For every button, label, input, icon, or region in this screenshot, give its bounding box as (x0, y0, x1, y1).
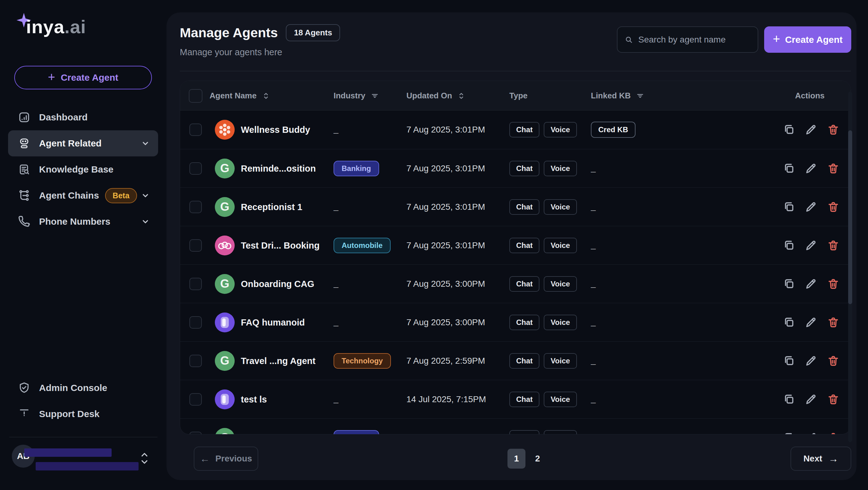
type-cell: ChatVoice (509, 380, 577, 419)
row-checkbox[interactable] (189, 393, 202, 406)
copy-icon[interactable] (782, 316, 795, 328)
column-updated-on[interactable]: Updated On (406, 81, 466, 111)
row-checkbox[interactable] (189, 162, 202, 175)
table-scrollbar[interactable] (848, 91, 852, 442)
robot-icon (18, 137, 30, 150)
chevron-down-icon[interactable] (141, 191, 150, 200)
sidebar-item-dashboard[interactable]: Dashboard (8, 104, 158, 130)
row-checkbox[interactable] (189, 123, 202, 136)
type-cell: ChatVoice (509, 419, 577, 434)
row-checkbox[interactable] (189, 355, 202, 367)
chevron-down-icon[interactable] (141, 139, 150, 148)
delete-icon[interactable] (827, 393, 839, 406)
edit-icon[interactable] (805, 355, 817, 367)
delete-icon[interactable] (827, 239, 839, 252)
agent-name[interactable]: FAQ humanoid (241, 303, 305, 342)
linked-kb-cell: _ (591, 188, 596, 226)
sort-icon[interactable] (261, 91, 270, 100)
sort-icon[interactable] (457, 91, 466, 100)
sidebar-item-support-desk[interactable]: Support Desk (8, 401, 158, 427)
next-page-button[interactable]: Next → (790, 446, 851, 471)
agent-name[interactable]: test ls (241, 380, 267, 419)
row-actions (782, 149, 839, 188)
sidebar-item-admin-console[interactable]: Admin Console (8, 375, 158, 401)
edit-icon[interactable] (805, 316, 817, 328)
edit-icon[interactable] (805, 393, 817, 406)
column-agent-name[interactable]: Agent Name (210, 81, 270, 111)
scrollbar-thumb[interactable] (848, 130, 852, 304)
edit-icon[interactable] (805, 123, 817, 136)
user-menu-chevrons-icon[interactable] (140, 450, 149, 466)
table-row: Wellness Buddy _ 7 Aug 2025, 3:01PM Chat… (180, 111, 850, 149)
edit-icon[interactable] (805, 278, 817, 290)
edit-icon[interactable] (805, 201, 817, 213)
sidebar: inya.ai + Create Agent Dashboard Agent R… (0, 0, 166, 490)
user-area[interactable]: AB (0, 442, 166, 480)
agent-name[interactable]: Test Dri... Booking (241, 226, 320, 265)
row-checkbox[interactable] (189, 278, 202, 290)
row-checkbox[interactable] (189, 239, 202, 252)
filter-icon[interactable] (370, 91, 379, 100)
edit-icon[interactable] (805, 432, 817, 434)
brand-primary: inya (26, 17, 64, 37)
agent-name[interactable]: Reminde...osition (241, 149, 316, 188)
linked-kb-cell: _ (591, 265, 596, 303)
page-button-1[interactable]: 1 (507, 449, 525, 469)
edit-icon[interactable] (805, 162, 817, 175)
copy-icon[interactable] (782, 162, 795, 175)
table-row: FAQ humanoid _ 7 Aug 2025, 3:00PM ChatVo… (180, 303, 850, 341)
empty-value: _ (591, 240, 596, 251)
empty-value: _ (591, 395, 596, 404)
agent-avatar-icon: G (215, 351, 235, 371)
delete-icon[interactable] (827, 355, 839, 367)
page-button-2[interactable]: 2 (529, 449, 547, 469)
header-divider (180, 71, 851, 71)
industry-badge: Banking (334, 430, 379, 434)
column-linked-kb[interactable]: Linked KB (591, 81, 645, 111)
sidebar-create-agent-button[interactable]: + Create Agent (14, 66, 152, 89)
industry-cell: _ (334, 188, 339, 226)
filter-icon[interactable] (636, 91, 645, 100)
delete-icon[interactable] (827, 278, 839, 290)
sidebar-item-agent-chains[interactable]: Agent Chains Beta (8, 182, 158, 208)
copy-icon[interactable] (782, 123, 795, 136)
type-cell: ChatVoice (509, 342, 577, 380)
empty-value: _ (591, 433, 596, 434)
copy-icon[interactable] (782, 432, 795, 434)
table-row: G Receptionist 1 _ 7 Aug 2025, 3:01PM Ch… (180, 188, 850, 226)
agent-name[interactable]: Receptionist 1 (241, 188, 302, 226)
copy-icon[interactable] (782, 355, 795, 367)
search-input[interactable] (638, 35, 750, 45)
phone-icon (18, 215, 30, 228)
copy-icon[interactable] (782, 239, 795, 252)
industry-cell: Banking (334, 419, 379, 434)
edit-icon[interactable] (805, 239, 817, 252)
chevron-down-icon[interactable] (141, 217, 150, 226)
previous-page-button[interactable]: ← Previous (194, 446, 258, 471)
sidebar-item-knowledge-base[interactable]: Knowledge Base (8, 156, 158, 182)
copy-icon[interactable] (782, 278, 795, 290)
delete-icon[interactable] (827, 201, 839, 213)
svg-text:G: G (220, 200, 229, 213)
copy-icon[interactable] (782, 201, 795, 213)
delete-icon[interactable] (827, 316, 839, 328)
row-checkbox[interactable] (189, 432, 202, 434)
column-industry[interactable]: Industry (334, 81, 379, 111)
delete-icon[interactable] (827, 123, 839, 136)
agent-name[interactable]: Wellness Buddy (241, 111, 310, 149)
delete-icon[interactable] (827, 432, 839, 434)
select-all-checkbox[interactable] (189, 89, 203, 103)
create-agent-button[interactable]: + Create Agent (764, 26, 851, 53)
search-box[interactable] (617, 26, 758, 53)
delete-icon[interactable] (827, 162, 839, 175)
agent-name[interactable]: Onboarding CAG (241, 265, 314, 303)
row-checkbox[interactable] (189, 201, 202, 213)
row-checkbox[interactable] (189, 316, 202, 328)
agent-name[interactable]: Travel ...ng Agent (241, 342, 316, 380)
sidebar-item-agent-related[interactable]: Agent Related (8, 130, 158, 156)
row-actions (782, 111, 839, 149)
sidebar-item-phone-numbers[interactable]: Phone Numbers (8, 208, 158, 235)
table-row: G Reminde...osition Banking 7 Aug 2025, … (180, 149, 850, 188)
copy-icon[interactable] (782, 393, 795, 406)
table-row: G Banking ChatVoice _ (180, 418, 850, 434)
